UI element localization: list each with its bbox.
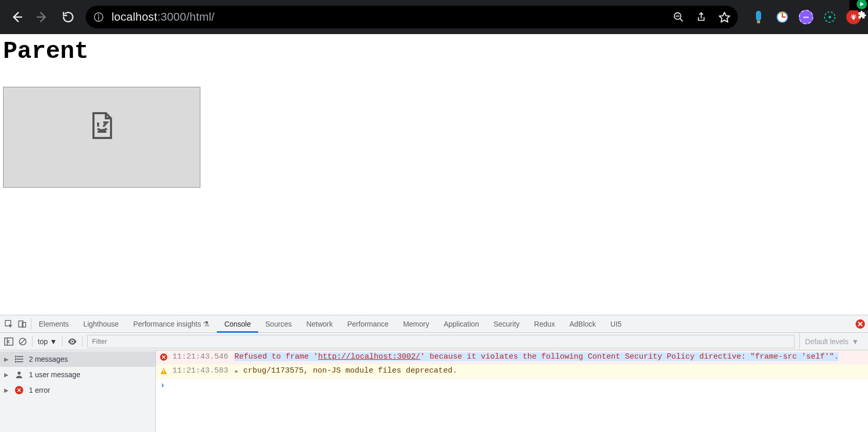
extension-icon[interactable] [823,10,837,24]
svg-marker-19 [860,2,864,6]
url-path: :3000/html/ [157,10,215,23]
disclosure-triangle-icon: ▶ [4,387,9,394]
message-text: Refused to frame ' [234,352,318,361]
svg-point-29 [72,341,74,343]
message-body: Refused to frame 'http://localhost:3002/… [234,352,839,361]
inspect-element-icon[interactable] [4,319,13,329]
message-text: ' because it violates the following Cont… [420,352,839,361]
console-toolbar: top ▼ Default levels ▼ [0,333,868,350]
console-message-warning[interactable]: 11:21:43.583 ▸ crbug/1173575, non-JS mod… [156,364,868,379]
sidebar-item-errors[interactable]: ▶ 1 error [0,382,155,398]
svg-rect-39 [163,373,164,374]
sidebar-item-label: 1 error [29,386,50,394]
error-icon [14,386,24,394]
console-filter-input[interactable] [88,335,794,348]
prompt-caret-icon: › [160,381,165,390]
message-timestamp: 11:21:43.583 [172,366,228,375]
svg-point-36 [18,372,21,375]
sidebar-item-label: 1 user message [29,371,81,379]
list-icon [14,356,24,363]
svg-rect-12 [782,13,783,17]
svg-line-6 [680,19,683,22]
sidebar-item-messages[interactable]: ▶ 2 messages [0,351,155,367]
tab-application[interactable]: Application [436,315,486,333]
svg-rect-14 [780,12,781,13]
levels-label: Default levels [805,337,848,346]
sidebar-toggle-icon[interactable] [4,337,13,346]
live-expression-icon[interactable] [68,338,77,345]
svg-marker-8 [719,12,730,22]
corner-controls [849,0,868,10]
disclosure-triangle-icon: ▶ [4,372,9,378]
context-label: top [38,337,48,346]
console-sidebar: ▶ 2 messages ▶ 1 user message ▶ 1 error [0,350,156,432]
extensions-row: ••• [744,10,863,24]
devtools-close-icon[interactable] [856,319,865,329]
sidebar-item-user-messages[interactable]: ▶ 1 user message [0,367,155,382]
disclosure-triangle-icon: ▶ [4,356,9,363]
url-host: localhost [112,10,157,23]
page-heading: Parent [3,38,865,65]
tab-console[interactable]: Console [217,315,258,333]
omnibox-actions [673,11,731,23]
svg-rect-18 [853,16,855,19]
devtools-panel: Elements Lighthouse Performance insights… [0,315,868,432]
back-button[interactable] [5,6,28,28]
blocked-iframe [3,87,200,188]
address-bar[interactable]: localhost:3000/html/ [86,6,738,28]
tab-performance[interactable]: Performance [340,315,396,333]
message-timestamp: 11:21:43.546 [172,352,228,361]
disclosure-triangle-icon: ▸ [234,366,239,376]
tab-redux[interactable]: Redux [527,315,562,333]
log-level-selector[interactable]: Default levels ▼ [799,333,864,350]
extension-icon[interactable] [775,10,790,24]
tab-elements[interactable]: Elements [31,315,76,333]
tab-lighthouse[interactable]: Lighthouse [76,315,126,333]
svg-rect-20 [97,122,99,127]
chevron-down-icon: ▼ [50,337,57,346]
chevron-down-icon: ▼ [851,337,859,346]
share-icon[interactable] [696,11,707,23]
console-prompt[interactable]: › [156,379,868,392]
browser-toolbar: localhost:3000/html/ ••• [0,0,868,34]
console-message-error[interactable]: 11:21:43.546 Refused to frame 'http://lo… [156,350,868,364]
svg-rect-13 [782,17,786,18]
message-body: crbug/1173575, non-JS module files depre… [243,366,457,375]
reload-button[interactable] [57,6,80,28]
svg-point-34 [15,359,16,360]
url-text: localhost:3000/html/ [112,10,215,24]
tab-performance-insights[interactable]: Performance insights⚗ [126,315,217,333]
extension-icon[interactable]: ••• [799,10,813,24]
user-icon [14,371,24,379]
flask-icon: ⚗ [203,320,210,328]
svg-rect-9 [757,21,760,23]
svg-rect-25 [5,338,13,345]
page-content: Parent [0,34,868,315]
svg-rect-38 [163,370,164,372]
bookmark-star-icon[interactable] [718,11,731,23]
tab-adblock[interactable]: AdBlock [562,315,603,333]
execution-context-selector[interactable]: top ▼ [38,337,57,346]
sidebar-item-label: 2 messages [29,355,68,363]
extension-icon[interactable] [751,10,766,24]
forward-button[interactable] [31,6,54,28]
svg-point-35 [15,361,16,362]
svg-point-17 [829,16,831,19]
sad-document-icon [89,111,114,140]
site-info-icon[interactable] [93,11,104,23]
devtools-tab-bar: Elements Lighthouse Performance insights… [0,315,868,333]
tab-network[interactable]: Network [299,315,340,333]
tab-memory[interactable]: Memory [396,315,437,333]
tab-security[interactable]: Security [486,315,527,333]
zoom-out-icon[interactable] [673,11,684,23]
tab-sources[interactable]: Sources [258,315,299,333]
extensions-puzzle-icon[interactable] [858,10,867,20]
device-toggle-icon[interactable] [18,319,27,329]
play-icon[interactable] [857,0,867,9]
clear-console-icon[interactable] [19,337,27,346]
svg-line-28 [21,339,25,344]
tab-ui5[interactable]: UI5 [603,315,629,333]
message-link[interactable]: http://localhost:3002/ [318,352,420,361]
svg-rect-15 [783,12,785,13]
tab-label: Performance insights [133,320,201,328]
